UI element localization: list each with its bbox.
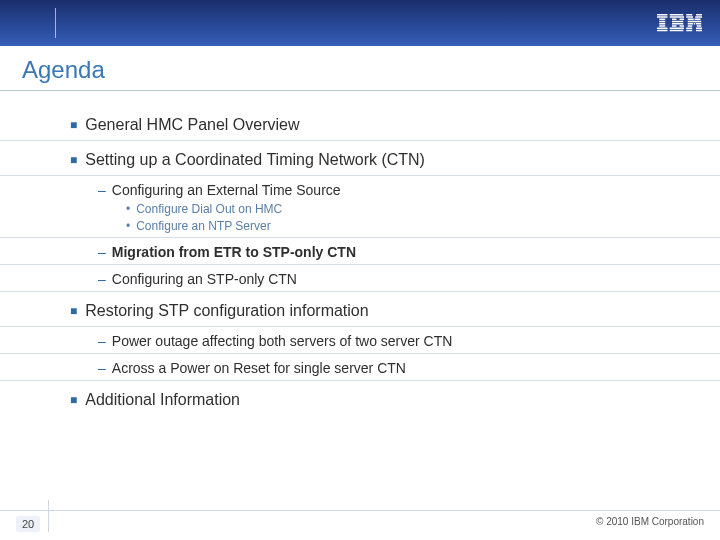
svg-rect-8: [670, 14, 684, 16]
svg-rect-19: [696, 14, 702, 16]
svg-rect-1: [657, 16, 668, 18]
svg-rect-13: [672, 23, 683, 25]
agenda-subsubitem: •Configure Dial Out on HMC: [126, 202, 690, 216]
agenda-text: General HMC Panel Overview: [85, 116, 299, 133]
divider: [0, 140, 720, 141]
divider: [0, 353, 720, 354]
bullet-square-icon: ■: [70, 153, 77, 167]
agenda-text: Across a Power on Reset for single serve…: [112, 360, 406, 376]
divider: [0, 380, 720, 381]
agenda-text: Configuring an STP-only CTN: [112, 271, 297, 287]
svg-rect-7: [657, 30, 668, 32]
svg-rect-25: [688, 23, 693, 25]
divider: [0, 237, 720, 238]
agenda-subitem: –Across a Power on Reset for single serv…: [98, 360, 690, 376]
agenda-item: ■Setting up a Coordinated Timing Network…: [70, 151, 690, 169]
agenda-text: Migration from ETR to STP-only CTN: [112, 244, 356, 260]
svg-rect-22: [688, 19, 694, 21]
agenda-item: ■General HMC Panel Overview: [70, 116, 690, 134]
svg-rect-26: [694, 23, 696, 25]
bullet-dash-icon: –: [98, 271, 106, 287]
bullet-dash-icon: –: [98, 244, 106, 260]
footer: 20 © 2010 IBM Corporation: [0, 516, 720, 532]
agenda-subitem: –Power outage affecting both servers of …: [98, 333, 690, 349]
svg-rect-0: [657, 14, 668, 16]
svg-rect-27: [696, 23, 701, 25]
slide-title: Agenda: [22, 56, 105, 84]
svg-rect-33: [696, 30, 702, 32]
divider: [0, 326, 720, 327]
agenda-item: ■Additional Information: [70, 391, 690, 409]
agenda-subitem: –Migration from ETR to STP-only CTN: [98, 244, 690, 260]
agenda-subitem: –Configuring an STP-only CTN: [98, 271, 690, 287]
agenda-content: ■General HMC Panel Overview ■Setting up …: [70, 106, 690, 415]
agenda-text: Additional Information: [85, 391, 240, 408]
agenda-text: Power outage affecting both servers of t…: [112, 333, 453, 349]
svg-rect-2: [659, 19, 665, 21]
svg-rect-30: [686, 28, 692, 30]
svg-rect-28: [688, 25, 693, 27]
copyright: © 2010 IBM Corporation: [596, 516, 704, 532]
svg-rect-24: [688, 21, 702, 23]
agenda-subsubitem: •Configure an NTP Server: [126, 219, 690, 233]
svg-rect-10: [672, 19, 677, 21]
bullet-dash-icon: –: [98, 333, 106, 349]
svg-rect-11: [680, 19, 685, 21]
ibm-logo: [657, 14, 702, 32]
svg-rect-21: [695, 16, 702, 18]
bullet-dot-icon: •: [126, 202, 130, 216]
bullet-square-icon: ■: [70, 304, 77, 318]
svg-rect-9: [670, 16, 684, 18]
bullet-dash-icon: –: [98, 182, 106, 198]
svg-rect-20: [686, 16, 693, 18]
agenda-text: Setting up a Coordinated Timing Network …: [85, 151, 425, 168]
agenda-item: ■Restoring STP configuration information: [70, 302, 690, 320]
svg-rect-14: [672, 25, 677, 27]
divider: [0, 291, 720, 292]
topbar: [0, 0, 720, 46]
slide: Agenda ■General HMC Panel Overview ■Sett…: [0, 0, 720, 540]
bullet-square-icon: ■: [70, 393, 77, 407]
svg-rect-3: [659, 21, 665, 23]
svg-rect-16: [670, 28, 684, 30]
bullet-dash-icon: –: [98, 360, 106, 376]
title-rule: [0, 90, 720, 91]
divider: [0, 175, 720, 176]
svg-rect-5: [659, 25, 665, 27]
svg-rect-29: [697, 25, 702, 27]
page-number: 20: [16, 516, 40, 532]
svg-rect-4: [659, 23, 665, 25]
svg-rect-32: [686, 30, 692, 32]
bullet-square-icon: ■: [70, 118, 77, 132]
svg-rect-6: [657, 28, 668, 30]
agenda-text: Restoring STP configuration information: [85, 302, 368, 319]
divider: [0, 264, 720, 265]
svg-rect-31: [696, 28, 702, 30]
agenda-subitem: –Configuring an External Time Source: [98, 182, 690, 198]
svg-rect-23: [695, 19, 701, 21]
svg-rect-15: [680, 25, 685, 27]
agenda-text: Configure Dial Out on HMC: [136, 202, 282, 216]
agenda-text: Configure an NTP Server: [136, 219, 271, 233]
svg-rect-12: [672, 21, 683, 23]
svg-rect-18: [686, 14, 692, 16]
bullet-dot-icon: •: [126, 219, 130, 233]
svg-rect-17: [670, 30, 684, 32]
agenda-text: Configuring an External Time Source: [112, 182, 341, 198]
